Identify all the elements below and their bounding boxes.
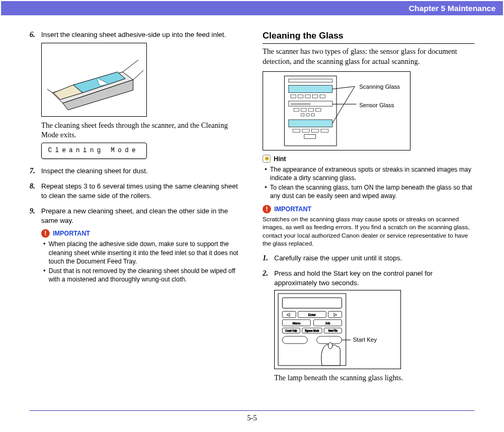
svg-rect-13 bbox=[298, 95, 303, 98]
step-2: 2. Press and hold the Start key on the c… bbox=[263, 269, 474, 383]
step-number: 1. bbox=[263, 253, 268, 264]
step-9: 9. Prepare a new cleaning sheet, and cle… bbox=[30, 206, 241, 284]
left-column: 6. Insert the cleaning sheet adhesive-si… bbox=[30, 30, 241, 389]
svg-rect-30 bbox=[321, 129, 328, 132]
step-7: 7. Inspect the cleaning sheet for dust. bbox=[30, 166, 241, 176]
step-text: Inspect the cleaning sheet for dust. bbox=[41, 167, 148, 175]
svg-rect-21 bbox=[309, 108, 314, 111]
step-number: 2. bbox=[263, 269, 268, 279]
step-text: Prepare a new cleaning sheet, and clean … bbox=[41, 207, 228, 224]
svg-rect-19 bbox=[294, 108, 299, 111]
start-key-label: Start Key bbox=[353, 336, 377, 344]
svg-rect-16 bbox=[320, 95, 325, 98]
svg-rect-26 bbox=[288, 119, 332, 127]
svg-text:Count Only: Count Only bbox=[285, 329, 297, 332]
important-label: ! IMPORTANT bbox=[41, 229, 241, 238]
bullet-item: To clean the scanning glass, turn ON the… bbox=[265, 183, 474, 200]
svg-rect-29 bbox=[312, 129, 319, 132]
step-text: Press and hold the Start key on the cont… bbox=[274, 269, 433, 287]
important-paragraph: Scratches on the scanning glass may caus… bbox=[263, 215, 474, 248]
svg-rect-15 bbox=[313, 95, 318, 98]
svg-rect-24 bbox=[306, 114, 310, 116]
bullet-item: When placing the adhesive side down, mak… bbox=[43, 240, 241, 266]
bulb-icon: ✹ bbox=[263, 155, 270, 163]
page-body: 6. Insert the cleaning sheet adhesive-si… bbox=[0, 15, 504, 389]
svg-rect-36 bbox=[282, 297, 341, 308]
step-number: 8. bbox=[30, 182, 35, 192]
svg-rect-12 bbox=[291, 95, 296, 98]
figure-feed-inlet bbox=[41, 43, 147, 117]
sensor-glass-label: Sensor Glass bbox=[359, 101, 394, 109]
hint-text-label: Hint bbox=[274, 155, 286, 163]
svg-text:New File: New File bbox=[328, 329, 338, 332]
svg-rect-27 bbox=[293, 129, 300, 132]
bullet-item: Dust that is not removed by the cleaning… bbox=[43, 267, 241, 284]
svg-rect-54 bbox=[317, 336, 342, 343]
svg-rect-20 bbox=[301, 108, 306, 111]
section-intro: The scanner has two types of glass: the … bbox=[263, 47, 474, 67]
svg-rect-28 bbox=[302, 129, 310, 132]
page-number: 5-5 bbox=[0, 414, 504, 422]
hint-label: ✹ Hint bbox=[263, 155, 474, 163]
svg-text:Job: Job bbox=[325, 322, 330, 325]
hint-bullets: The appearance of extraneous spots or st… bbox=[263, 165, 474, 201]
svg-text:Menu: Menu bbox=[293, 322, 301, 325]
svg-rect-23 bbox=[301, 114, 304, 116]
panel-caption: The lamp beneath the scanning glass ligh… bbox=[274, 373, 474, 383]
step-6: 6. Insert the cleaning sheet adhesive-si… bbox=[30, 30, 241, 159]
chapter-header: Chapter 5 Maintenance bbox=[1, 1, 503, 15]
step-text: Carefully raise the upper unit until it … bbox=[274, 254, 402, 262]
section-heading: Cleaning the Glass bbox=[263, 30, 474, 44]
important-text-label: IMPORTANT bbox=[53, 229, 90, 238]
svg-text:Bypass Mode: Bypass Mode bbox=[305, 329, 319, 332]
svg-rect-22 bbox=[316, 108, 321, 111]
svg-text:||||||||||||||||||||||||||||||: ||||||||||||||||||||||||||||||||||||||||… bbox=[291, 103, 311, 105]
step-number: 7. bbox=[30, 166, 35, 176]
important-bullets: When placing the adhesive side down, mak… bbox=[41, 240, 241, 284]
figure-control-panel: ◀ Enter ▶ Menu Job Count Only Bypass Mod… bbox=[274, 290, 401, 369]
svg-rect-11 bbox=[288, 85, 332, 92]
svg-rect-25 bbox=[312, 114, 315, 116]
svg-point-56 bbox=[328, 342, 332, 349]
step-caption: The cleaning sheet feeds through the sca… bbox=[41, 121, 241, 141]
step-number: 6. bbox=[30, 30, 35, 40]
scanning-glass-label: Scanning Glass bbox=[359, 83, 400, 91]
step-number: 9. bbox=[30, 206, 35, 217]
step-8: 8. Repeat steps 3 to 6 several times usi… bbox=[30, 182, 241, 200]
footer-rule bbox=[30, 410, 474, 411]
figure-glass-types: ||||||||||||||||||||||||||||||||||||||||… bbox=[263, 71, 410, 151]
step-text: Repeat steps 3 to 6 several times using … bbox=[41, 182, 238, 200]
exclamation-icon: ! bbox=[41, 229, 50, 238]
important-text-label: IMPORTANT bbox=[274, 205, 311, 213]
right-column: Cleaning the Glass The scanner has two t… bbox=[263, 30, 474, 389]
svg-rect-10 bbox=[288, 79, 332, 82]
bullet-item: The appearance of extraneous spots or st… bbox=[265, 165, 474, 182]
svg-rect-14 bbox=[305, 95, 311, 98]
step-1: 1. Carefully raise the upper unit until … bbox=[263, 253, 474, 263]
important-label: ! IMPORTANT bbox=[263, 205, 474, 213]
lcd-display: Cleaning Mode bbox=[41, 143, 147, 158]
svg-text:Enter: Enter bbox=[309, 313, 316, 316]
step-text: Insert the cleaning sheet adhesive-side … bbox=[41, 31, 226, 39]
svg-rect-31 bbox=[304, 134, 316, 138]
exclamation-icon: ! bbox=[263, 205, 271, 213]
svg-rect-53 bbox=[282, 336, 307, 343]
